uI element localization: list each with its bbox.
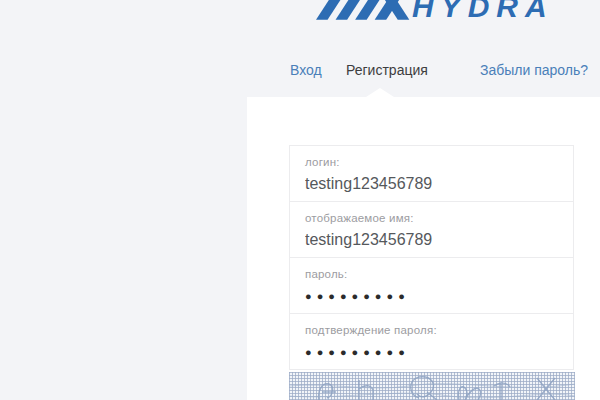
captcha-image: [289, 372, 575, 400]
display-name-input[interactable]: [305, 230, 558, 250]
logo-wordmark: HYDRA: [412, 0, 554, 22]
login-field-box[interactable]: логин:: [289, 145, 574, 202]
password-confirm-label: подтверждение пароля:: [305, 323, 558, 337]
hydra-logo[interactable]: HYDRA: [316, 0, 566, 23]
password-confirm-field-box[interactable]: подтверждение пароля:: [289, 313, 574, 370]
display-name-label: отображаемое имя:: [305, 211, 558, 225]
panel-pointer-up: [366, 88, 394, 97]
auth-tabs: Вход Регистрация Забыли пароль?: [0, 62, 600, 82]
password-label: пароль:: [305, 267, 558, 281]
logo-icon: [316, 0, 412, 22]
password-field-box[interactable]: пароль:: [289, 257, 574, 314]
tab-registration[interactable]: Регистрация: [346, 62, 428, 78]
display-name-field-box[interactable]: отображаемое имя:: [289, 201, 574, 258]
password-input[interactable]: [305, 286, 558, 306]
password-confirm-input[interactable]: [305, 342, 558, 362]
tab-login[interactable]: Вход: [290, 62, 322, 79]
registration-form: логин: отображаемое имя: пароль: подтвер…: [289, 145, 574, 370]
login-input[interactable]: [305, 174, 558, 194]
tab-forgot-password[interactable]: Забыли пароль?: [480, 62, 588, 79]
registration-page: HYDRA Вход Регистрация Забыли пароль? ло…: [0, 0, 600, 400]
login-label: логин:: [305, 155, 558, 169]
